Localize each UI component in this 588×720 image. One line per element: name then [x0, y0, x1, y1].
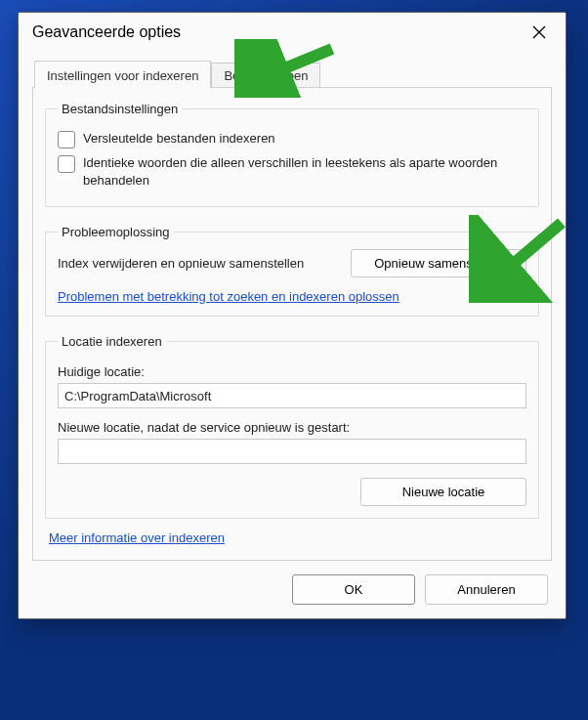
- ok-button[interactable]: OK: [292, 574, 415, 605]
- checkbox-index-encrypted[interactable]: [58, 131, 75, 148]
- checkbox-index-encrypted-label: Versleutelde bestanden indexeren: [83, 130, 275, 148]
- advanced-options-dialog: Geavanceerde opties Instellingen voor in…: [18, 12, 567, 619]
- new-location-label: Nieuwe locatie, nadat de service opnieuw…: [58, 420, 526, 435]
- new-location-field[interactable]: [58, 439, 526, 464]
- rebuild-description: Index verwijderen en opnieuw samenstelle…: [58, 255, 339, 273]
- cancel-button[interactable]: Annuleren: [425, 574, 548, 605]
- tabstrip: Instellingen voor indexeren Bestandstype…: [19, 60, 566, 87]
- checkbox-diacritics-label: Identieke woorden die alleen verschillen…: [83, 154, 526, 189]
- close-icon: [532, 25, 546, 39]
- new-location-button[interactable]: Nieuwe locatie: [360, 478, 526, 506]
- tab-index-settings[interactable]: Instellingen voor indexeren: [34, 61, 211, 88]
- current-location-field[interactable]: [58, 383, 526, 408]
- rebuild-button[interactable]: Opnieuw samenstellen: [351, 249, 526, 277]
- tab-panel-index-settings: Bestandsinstellingen Versleutelde bestan…: [32, 87, 552, 561]
- group-troubleshoot-legend: Probleemoplossing: [58, 225, 174, 239]
- group-file-settings: Bestandsinstellingen Versleutelde bestan…: [45, 102, 539, 207]
- tab-file-types[interactable]: Bestandstypen: [211, 63, 320, 88]
- group-index-location: Locatie indexeren Huidige locatie: Nieuw…: [45, 334, 539, 519]
- group-file-settings-legend: Bestandsinstellingen: [58, 102, 182, 116]
- dialog-button-row: OK Annuleren: [19, 574, 566, 618]
- close-button[interactable]: [521, 18, 558, 47]
- dialog-title: Geavanceerde opties: [32, 23, 181, 41]
- troubleshoot-link[interactable]: Problemen met betrekking tot zoeken en i…: [58, 289, 526, 304]
- group-index-location-legend: Locatie indexeren: [58, 334, 166, 349]
- checkbox-diacritics[interactable]: [58, 155, 75, 173]
- titlebar: Geavanceerde opties: [19, 13, 566, 52]
- group-troubleshoot: Probleemoplossing Index verwijderen en o…: [45, 225, 539, 317]
- current-location-label: Huidige locatie:: [58, 364, 526, 379]
- more-info-link[interactable]: Meer informatie over indexeren: [49, 530, 225, 545]
